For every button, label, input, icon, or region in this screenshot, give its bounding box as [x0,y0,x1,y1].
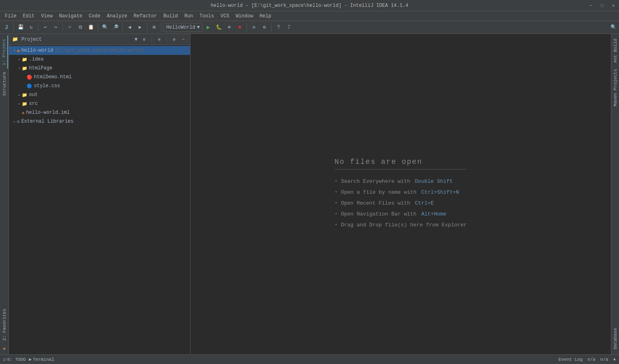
run-button[interactable]: ▶ [203,23,213,32]
hint-open-by-name: Open a file by name with Ctrl+Shift+N [335,189,459,195]
project-gear-icon[interactable]: ⚙ [141,36,148,43]
project-options-icon[interactable]: ⚙ [171,36,178,43]
cut-button[interactable]: ✂ [65,23,75,32]
toolbar-sep-3 [63,23,63,31]
favorites-star-icon[interactable]: ★ [0,344,9,353]
sdk-settings-button[interactable]: ⚙ [259,23,269,32]
toolbar-sep-6 [147,23,147,31]
hint-key-double-shift: Double Shift [415,178,453,184]
left-vertical-tabs: 1: Project Structure 2: Favorites ★ [0,34,9,354]
menu-build[interactable]: Build [160,11,181,21]
project-scroll-icon[interactable]: ⊕ [156,36,163,43]
left-vtab-favorites[interactable]: 2: Favorites [1,305,8,344]
tree-item-idea[interactable]: ▸ 📁 .idea [9,55,190,64]
tree-arrow-htmlpage[interactable]: ▾ [17,66,22,71]
status-coords-sep: n/a [600,357,609,362]
menu-edit[interactable]: Edit [20,11,38,21]
css-file-icon: 🔵 [27,84,32,89]
status-right: Event Log n/a n/a ♦ [558,357,616,362]
hint-key-ctrl-e: Ctrl+E [415,200,434,206]
tree-item-root[interactable]: ▾ ◉ hello-world (E:\git_work_space\hello… [9,46,190,55]
menu-run[interactable]: Run [181,11,197,21]
status-coords-na1: n/a [588,357,596,362]
file-tree: ▾ ◉ hello-world (E:\git_work_space\hello… [9,45,190,354]
menu-tools[interactable]: Tools [197,11,217,21]
folder-icon-idea: 📁 [22,57,27,62]
toolbar-sep-2 [38,23,38,31]
terminal-button[interactable]: ▶ Terminal [29,357,54,362]
help-button[interactable]: ? [274,23,283,32]
tree-item-iml[interactable]: ▸ ◈ hello-world.iml [9,108,190,117]
todo-icon: ☑ [3,357,6,362]
project-folder-icon: 📁 [12,36,18,42]
maximize-button[interactable]: □ [596,0,608,11]
tree-item-htmlpage[interactable]: ▾ 📁 htmlPage [9,64,190,73]
iml-file-icon: ◈ [22,110,25,115]
paste-button[interactable]: 📋 [86,23,96,32]
tree-arrow-root[interactable]: ▾ [12,48,17,53]
hint-open-nav: Open Navigation Bar with Alt+Home [335,211,446,217]
run-config-dropdown[interactable]: HelloWorld ▼ [163,23,203,32]
tree-arrow-extlibs[interactable]: ▸ [12,119,17,124]
window-title: hello-world - [E:\git_work_space\hello-w… [211,3,408,8]
debug-button[interactable]: 🐛 [214,23,224,32]
tree-detail-root: (E:\git_work_space\hello-world) [55,48,145,53]
stop-button[interactable]: ■ [235,23,245,32]
right-tab-maven[interactable]: Maven Projects [612,66,619,109]
tree-label-out: out [29,92,38,98]
menu-navigate[interactable]: Navigate [56,11,86,21]
menu-analyze[interactable]: Analyze [104,11,130,21]
menu-help[interactable]: Help [256,11,274,21]
hint-search-text: Search Everywhere with [341,178,413,184]
toolbar-search-button[interactable]: 🔍 [609,23,617,31]
tree-arrow-src[interactable]: ▸ [17,102,22,106]
menu-file[interactable]: File [2,11,20,21]
tree-item-out[interactable]: ▸ 📁 out [9,90,190,99]
event-log-button[interactable]: Event Log [558,357,582,362]
tree-item-src[interactable]: ▸ 📁 src [9,99,190,108]
find-button[interactable]: 🔍 [100,23,110,32]
project-collapse-icon[interactable]: — [180,36,187,43]
structure-button[interactable]: ⊞ [149,23,159,32]
menu-refactor[interactable]: Refactor [130,11,160,21]
menu-vcs[interactable]: VCS [217,11,233,21]
build-button[interactable]: ⚒ [249,23,259,32]
title-bar: hello-world - [E:\git_work_space\hello-w… [0,0,619,11]
save-all-button[interactable]: 💾 [16,23,25,32]
menu-window[interactable]: Window [232,11,256,21]
left-vtab-project[interactable]: 1: Project [1,36,8,69]
undo-button[interactable]: ↩ [40,23,50,32]
todo-button[interactable]: ☑ 6: TODO [3,357,26,362]
tree-label-stylecss: style.css [34,83,60,89]
menu-view[interactable]: View [38,11,56,21]
project-title: Project [21,37,133,42]
minimize-button[interactable]: ─ [585,0,596,11]
tree-label-htmlpage: htmlPage [29,65,52,71]
folder-icon-htmlpage: 📁 [22,66,27,71]
tree-label-root: hello-world [21,48,53,53]
project-dropdown-icon[interactable]: ▼ [134,37,137,42]
redo-button[interactable]: ↪ [51,23,61,32]
synchronize-button[interactable]: ↻ [26,23,36,32]
tree-item-htmldemo[interactable]: ▸ 🔴 htmlDemo.html [9,73,190,82]
tree-item-stylecss[interactable]: ▸ 🔵 style.css [9,82,190,90]
tree-label-idea: .idea [29,56,44,62]
left-vtab-structure[interactable]: Structure [1,69,8,99]
right-tab-ant-build[interactable]: Ant Build [612,36,619,66]
close-button[interactable]: ✕ [608,0,619,11]
tree-label-src: src [29,101,38,107]
module-icon: ◉ [17,48,20,53]
menu-code[interactable]: Code [86,11,104,21]
update-button[interactable]: ⤴ [284,23,294,32]
back-button[interactable]: ◀ [125,23,134,32]
hint-open-name-text: Open a file by name with [341,189,420,195]
find-usages-button[interactable]: 🔎 [111,23,120,32]
tree-arrow-out[interactable]: ▸ [17,93,22,97]
copy-button[interactable]: ⧉ [75,23,85,32]
run-with-coverage-button[interactable]: ⊕ [224,23,234,32]
right-tabs: Ant Build Maven Projects Database [611,34,619,354]
right-tab-database[interactable]: Database [612,325,619,353]
tree-arrow-idea[interactable]: ▸ [17,57,22,62]
tree-item-extlibs[interactable]: ▸ ⊞ External Libraries [9,117,190,126]
forward-button[interactable]: ▶ [135,23,145,32]
